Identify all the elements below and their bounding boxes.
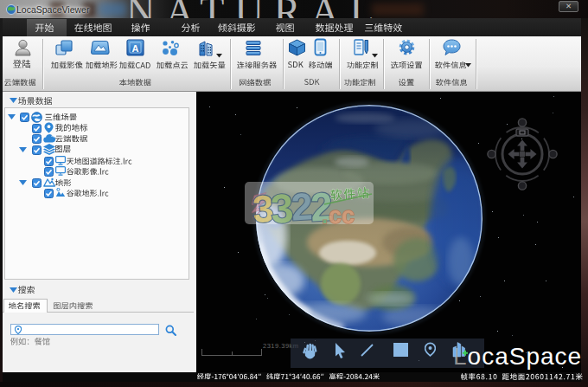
svg-text:.: . xyxy=(322,203,328,229)
svg-text:cc: cc xyxy=(329,203,355,229)
svg-text:A: A xyxy=(132,43,139,54)
